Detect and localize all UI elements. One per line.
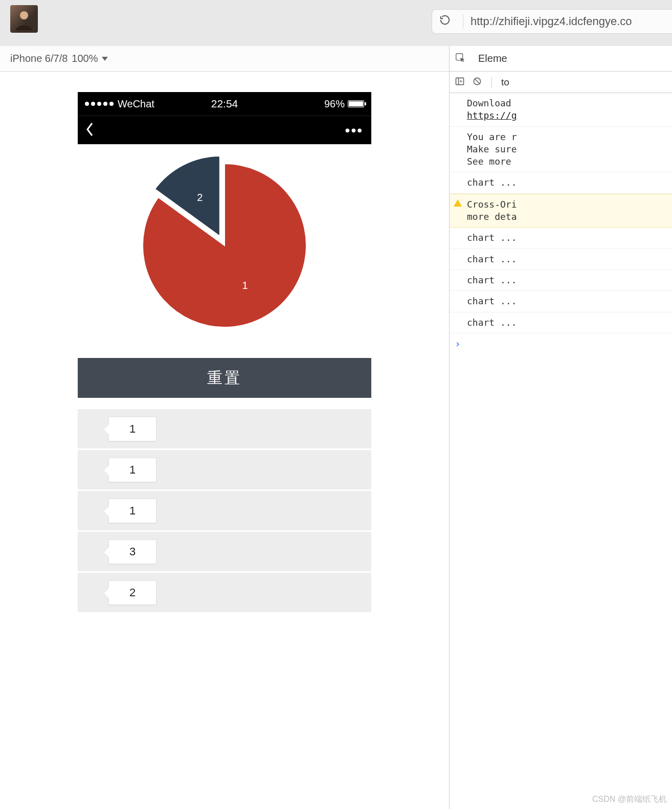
svg-point-0 (20, 11, 28, 19)
avatar (10, 5, 38, 33)
message-bubble: 1 (108, 499, 156, 523)
device-zoom: 100% (72, 53, 98, 64)
url-text: http://zhifieji.vipgz4.idcfengye.co (471, 15, 632, 28)
list-item[interactable]: 1 (78, 491, 371, 531)
inspect-icon[interactable] (455, 52, 466, 65)
battery-status: 96% (324, 98, 364, 110)
simulator-area: WeChat 22:54 96% ••• 12 重置 11132 (0, 72, 449, 809)
devtools-tabs: Eleme (450, 46, 672, 72)
message-bubble: 2 (108, 580, 156, 605)
list-item[interactable]: 3 (78, 532, 371, 572)
phone-frame: WeChat 22:54 96% ••• 12 重置 11132 (78, 92, 371, 808)
nav-bar: ••• (78, 116, 371, 144)
console-message: Download https://g (450, 93, 672, 127)
list-item[interactable]: 2 (78, 573, 371, 613)
battery-icon (348, 100, 364, 107)
console-warning: Cross-Orimore deta (450, 194, 672, 228)
devtools-panel: Eleme to Download https://gYou are rMake… (449, 46, 672, 809)
svg-rect-4 (456, 78, 464, 84)
signal-icon (85, 102, 114, 106)
svg-line-7 (475, 79, 480, 84)
reset-label: 重置 (207, 368, 242, 389)
list-item[interactable]: 1 (78, 409, 371, 449)
devtools-tab-elements[interactable]: Eleme (475, 53, 510, 64)
message-bubble: 3 (108, 540, 156, 564)
list-item[interactable]: 1 (78, 450, 371, 490)
console-message: chart ... (450, 249, 672, 270)
device-select[interactable]: iPhone 6/7/8 100% (10, 53, 108, 64)
pie-chart: 12 (78, 144, 371, 349)
pie-slice-label: 1 (242, 280, 248, 291)
clear-console-icon[interactable] (472, 76, 482, 88)
back-button[interactable] (86, 122, 94, 139)
reload-icon[interactable] (439, 14, 451, 29)
toolbar-divider (491, 77, 492, 88)
console-message: chart ... (450, 172, 672, 193)
device-name: iPhone 6/7/8 (10, 53, 68, 64)
reset-button[interactable]: 重置 (78, 358, 371, 398)
console-message: chart ... (450, 228, 672, 249)
chevron-down-icon (102, 57, 108, 61)
console-link[interactable]: https://g (467, 110, 517, 121)
clock: 22:54 (211, 98, 238, 110)
console-prompt[interactable]: › (450, 333, 672, 354)
console-message: chart ... (450, 291, 672, 312)
console-message: You are rMake sureSee more (450, 127, 672, 173)
carrier-label: WeChat (118, 98, 154, 110)
watermark: CSDN @前端纸飞机 (592, 794, 667, 805)
url-bar[interactable]: http://zhifieji.vipgz4.idcfengye.co (432, 9, 672, 34)
status-bar: WeChat 22:54 96% (78, 92, 371, 116)
more-button[interactable]: ••• (345, 122, 363, 139)
console-message: chart ... (450, 312, 672, 333)
console-toolbar: to (450, 72, 672, 93)
console-context[interactable]: to (501, 77, 509, 88)
console-sidebar-icon[interactable] (455, 76, 465, 88)
url-divider (463, 14, 463, 29)
message-list: 11132 (78, 409, 371, 613)
console-output[interactable]: Download https://gYou are rMake sureSee … (450, 93, 672, 354)
browser-chrome: http://zhifieji.vipgz4.idcfengye.co (0, 0, 672, 46)
console-message: chart ... (450, 270, 672, 291)
pie-slice-label: 2 (197, 192, 203, 203)
battery-pct: 96% (324, 98, 345, 110)
message-bubble: 1 (108, 458, 156, 482)
message-bubble: 1 (108, 417, 156, 441)
